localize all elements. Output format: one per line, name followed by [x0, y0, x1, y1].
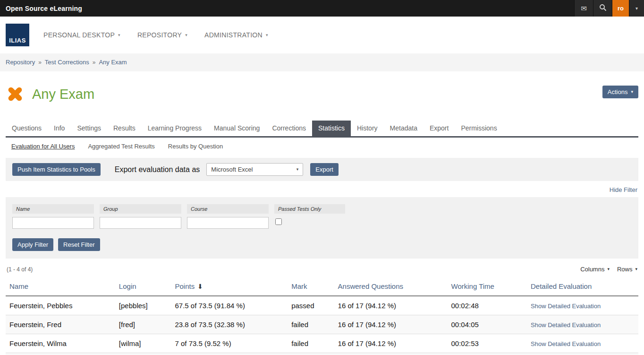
tab-settings[interactable]: Settings — [71, 121, 107, 136]
cell-answered-questions: 16 of 17 (94.12 %) — [334, 315, 448, 334]
chevron-down-icon: ▾ — [636, 6, 638, 11]
sort-by-login-link[interactable]: Login — [119, 282, 136, 290]
topbar-actions: ✉ ro ▾ — [574, 0, 644, 17]
test-puzzle-icon — [6, 85, 25, 104]
user-menu-toggle[interactable]: ▾ — [629, 0, 644, 17]
tab-metadata[interactable]: Metadata — [384, 121, 424, 136]
filter-field-course: Course — [187, 204, 269, 229]
result-range-top: (1 - 4 of 4) — [7, 266, 33, 273]
table-row: Feuerstein, Pebbles [pebbles] 67.5 of 73… — [6, 296, 638, 315]
breadcrumb: Repository»Test Corrections»Any Exam — [0, 53, 644, 71]
evaluation-table: Name Login Points⬇ Mark Answered Questio… — [6, 277, 638, 355]
search-button[interactable] — [593, 0, 612, 17]
col-header-detailed-evaluation: Detailed Evaluation — [527, 277, 638, 296]
cell-points: 0 of 73.5 (0.00 %) — [171, 353, 288, 355]
cell-points: 7 of 73.5 (9.52 %) — [171, 334, 288, 353]
cell-name: Feuerstein, Fred — [6, 315, 115, 334]
main-header: ILIAS PERSONAL DESKTOP ▾ REPOSITORY ▾ AD… — [0, 17, 644, 53]
filter-label-passed-tests: Passed Tests Only — [274, 204, 345, 214]
subtab-aggregated-test-results[interactable]: Aggregated Test Results — [88, 143, 154, 150]
push-item-statistics-button[interactable]: Push Item Statistics to Pools — [12, 163, 101, 176]
sort-by-mark-link[interactable]: Mark — [291, 282, 307, 290]
breadcrumb-any-exam[interactable]: Any Exam — [99, 59, 127, 66]
cell-working-time: 00:34:47 — [448, 353, 527, 355]
cell-detailed-evaluation: Show Detailed Evaluation — [527, 334, 638, 353]
chevron-down-icon: ▾ — [185, 33, 187, 37]
cell-name: user, root — [6, 353, 115, 355]
menu-administration[interactable]: ADMINISTRATION ▾ — [204, 31, 268, 39]
sort-by-answered-link[interactable]: Answered Questions — [338, 282, 403, 290]
cell-detailed-evaluation: Show Detailed Evaluation — [527, 315, 638, 334]
filter-fields: Name Group Course Passed Tests Only — [12, 204, 632, 229]
subtab-evaluation-for-all-users[interactable]: Evaluation for All Users — [11, 143, 75, 150]
cell-mark: failed — [288, 353, 334, 355]
actions-button[interactable]: Actions ▾ — [602, 86, 638, 98]
cell-mark: passed — [288, 296, 334, 315]
passed-tests-checkbox[interactable] — [275, 218, 282, 225]
columns-menu[interactable]: Columns ▾ — [580, 266, 610, 273]
cell-points: 23.8 of 73.5 (32.38 %) — [171, 315, 288, 334]
page-content: Any Exam Actions ▾ Questions Info Settin… — [0, 85, 644, 355]
name-filter-input[interactable] — [12, 217, 94, 229]
menu-personal-desktop[interactable]: PERSONAL DESKTOP ▾ — [43, 31, 120, 39]
tab-manual-scoring[interactable]: Manual Scoring — [208, 121, 266, 136]
filter-label-name: Name — [12, 204, 94, 214]
export-format-value: Microsoft Excel — [211, 166, 253, 173]
breadcrumb-test-corrections[interactable]: Test Corrections — [45, 59, 89, 66]
group-filter-input[interactable] — [100, 217, 181, 229]
table-row: Feuerstein, Wilma [wilma] 7 of 73.5 (9.5… — [6, 334, 638, 353]
chevron-down-icon: ▾ — [266, 33, 268, 37]
cell-working-time: 00:02:53 — [448, 334, 527, 353]
sort-by-name-link[interactable]: Name — [9, 282, 28, 290]
export-button[interactable]: Export — [310, 163, 339, 176]
sort-by-working-time-link[interactable]: Working Time — [451, 282, 494, 290]
cell-login: [wilma] — [115, 334, 171, 353]
breadcrumb-repository[interactable]: Repository — [6, 59, 35, 66]
menu-repository[interactable]: REPOSITORY ▾ — [137, 31, 187, 39]
tab-info[interactable]: Info — [48, 121, 71, 136]
tab-history[interactable]: History — [351, 121, 384, 136]
tab-statistics[interactable]: Statistics — [312, 121, 351, 136]
subtab-results-by-question[interactable]: Results by Question — [168, 143, 223, 150]
show-detailed-evaluation-link[interactable]: Show Detailed Evaluation — [531, 303, 601, 310]
hide-filter-row: Hide Filter — [6, 181, 638, 197]
detailed-evaluation-header-link[interactable]: Detailed Evaluation — [531, 282, 592, 290]
user-avatar[interactable]: ro — [612, 0, 629, 17]
cell-answered-questions: 16 of 17 (94.12 %) — [334, 334, 448, 353]
tab-learning-progress[interactable]: Learning Progress — [142, 121, 208, 136]
table-meta: (1 - 4 of 4) Columns ▾ Rows ▾ — [6, 259, 638, 277]
apply-filter-button[interactable]: Apply Filter — [12, 238, 53, 251]
cell-name: Feuerstein, Wilma — [6, 334, 115, 353]
sort-by-points-link[interactable]: Points — [175, 282, 195, 290]
topbar: Open Source eLearning ✉ ro ▾ — [0, 0, 644, 17]
rows-menu[interactable]: Rows ▾ — [617, 266, 637, 273]
sort-descending-icon: ⬇ — [197, 283, 203, 290]
tab-questions[interactable]: Questions — [6, 121, 48, 136]
col-header-mark: Mark — [288, 277, 334, 296]
tab-corrections[interactable]: Corrections — [266, 121, 312, 136]
mail-button[interactable]: ✉ — [574, 0, 593, 17]
export-format-select[interactable]: Microsoft Excel ▾ — [206, 163, 303, 176]
show-detailed-evaluation-link[interactable]: Show Detailed Evaluation — [531, 340, 601, 347]
reset-filter-button[interactable]: Reset Filter — [58, 238, 100, 251]
ilias-logo[interactable]: ILIAS — [6, 24, 29, 46]
breadcrumb-separator: » — [38, 59, 42, 66]
cell-login: [fred] — [115, 315, 171, 334]
tab-results[interactable]: Results — [107, 121, 142, 136]
tab-export[interactable]: Export — [424, 121, 455, 136]
filter-label-group: Group — [100, 204, 181, 214]
cell-detailed-evaluation: Show Detailed Evaluation — [527, 353, 638, 355]
cell-name: Feuerstein, Pebbles — [6, 296, 115, 315]
filter-field-name: Name — [12, 204, 94, 229]
tab-bar: Questions Info Settings Results Learning… — [6, 121, 638, 136]
hide-filter-link[interactable]: Hide Filter — [610, 186, 637, 193]
tab-permissions[interactable]: Permissions — [455, 121, 503, 136]
course-filter-input[interactable] — [187, 217, 269, 229]
col-header-name: Name — [6, 277, 115, 296]
cell-working-time: 00:02:48 — [448, 296, 527, 315]
cell-points: 67.5 of 73.5 (91.84 %) — [171, 296, 288, 315]
search-icon — [599, 4, 607, 13]
cell-detailed-evaluation: Show Detailed Evaluation — [527, 296, 638, 315]
show-detailed-evaluation-link[interactable]: Show Detailed Evaluation — [531, 321, 601, 329]
col-header-points: Points⬇ — [171, 277, 288, 296]
